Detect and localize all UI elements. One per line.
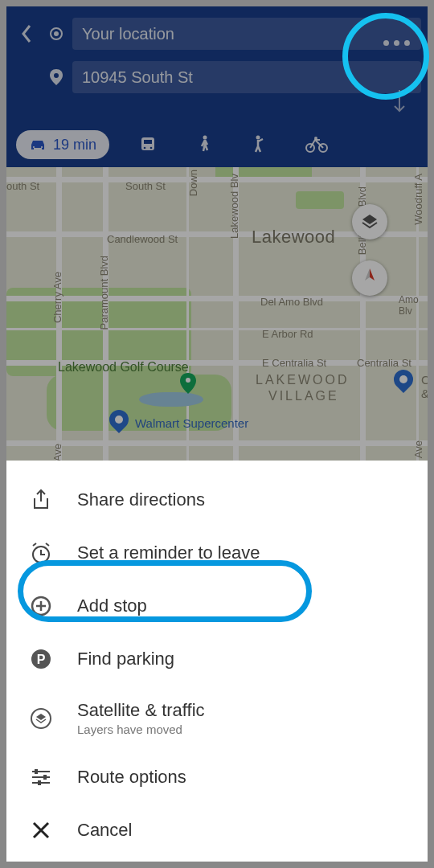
parking-icon: P: [29, 647, 53, 671]
cancel-label: Cancel: [77, 820, 132, 841]
close-icon: [29, 818, 53, 842]
share-label: Share directions: [77, 489, 205, 510]
satellite-sublabel: Layers have moved: [77, 723, 205, 736]
parking-label: Find parking: [77, 649, 174, 669]
find-parking-item[interactable]: P Find parking: [6, 633, 428, 686]
sliders-icon: [29, 765, 53, 789]
share-directions-item[interactable]: Share directions: [6, 473, 428, 526]
svg-rect-22: [38, 780, 41, 785]
reminder-label: Set a reminder to leave: [77, 542, 260, 563]
share-icon: [29, 488, 53, 512]
satellite-traffic-item[interactable]: Satellite & traffic Layers have moved: [6, 686, 428, 751]
add-stop-icon: [29, 594, 53, 618]
satellite-label: Satellite & traffic: [77, 700, 205, 721]
cancel-item[interactable]: Cancel: [6, 804, 428, 857]
route-options-label: Route options: [77, 767, 186, 788]
alarm-icon: [29, 541, 53, 565]
action-sheet: Share directions Set a reminder to leave…: [6, 461, 428, 862]
set-reminder-item[interactable]: Set a reminder to leave: [6, 526, 428, 579]
layers-outline-icon: [29, 706, 53, 731]
svg-text:P: P: [37, 653, 46, 666]
add-stop-label: Add stop: [77, 596, 147, 616]
svg-rect-20: [35, 769, 38, 774]
add-stop-item[interactable]: Add stop: [6, 579, 428, 633]
route-options-item[interactable]: Route options: [6, 751, 428, 804]
svg-rect-21: [43, 775, 47, 780]
